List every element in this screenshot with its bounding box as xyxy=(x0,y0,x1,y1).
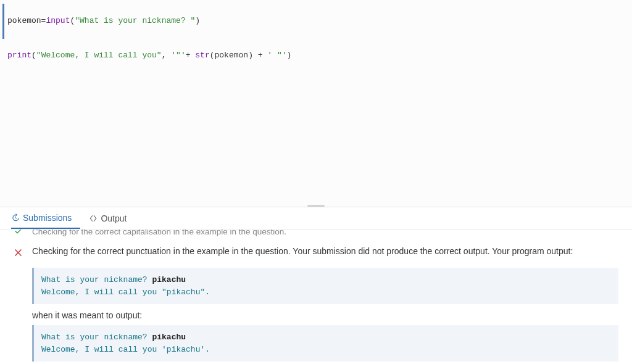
output-line: What is your nickname? xyxy=(41,333,152,342)
result-row-fail: Checking for the correct punctuation in … xyxy=(14,244,618,263)
token-string: "What is your nickname? " xyxy=(75,16,195,25)
prev-result-text: Checking for the correct capitalisation … xyxy=(32,230,618,236)
tabs-bar: Submissions Output xyxy=(0,207,632,230)
tab-submissions[interactable]: Submissions xyxy=(11,208,80,229)
pane-resize-handle[interactable] xyxy=(0,205,632,207)
tab-submissions-label: Submissions xyxy=(23,213,72,223)
code-line-2: print("Welcome, I will call you", '"'+ s… xyxy=(7,39,627,74)
output-input: pikachu xyxy=(152,333,186,342)
token-paren: ( xyxy=(210,51,215,60)
expected-caption: when it was meant to output: xyxy=(32,310,618,320)
token-variable: pokemon xyxy=(7,16,41,25)
cross-icon xyxy=(14,246,25,260)
history-icon xyxy=(11,213,20,222)
tab-output[interactable]: Output xyxy=(89,209,135,228)
token-paren: ) xyxy=(248,51,258,60)
output-input: pikachu xyxy=(152,275,186,284)
token-string: '"' xyxy=(171,51,185,60)
resize-grip-icon xyxy=(307,205,325,207)
code-brackets-icon xyxy=(89,214,98,223)
token-variable: pokemon xyxy=(215,51,249,60)
token-paren: ) xyxy=(287,51,292,60)
token-builtin: str xyxy=(195,51,209,60)
token-paren: ) xyxy=(195,16,200,25)
token-operator: + xyxy=(186,51,196,60)
code-editor[interactable]: pokemon=input("What is your nickname? ")… xyxy=(0,0,632,205)
output-line: Welcome, I will call you "pikachu". xyxy=(41,287,210,297)
output-line: What is your nickname? xyxy=(41,275,152,284)
result-row-prev: Checking for the correct capitalisation … xyxy=(14,230,618,244)
token-operator: + xyxy=(258,51,268,60)
token-builtin: input xyxy=(46,16,70,25)
output-line: Welcome, I will call you 'pikachu'. xyxy=(41,345,210,354)
token-builtin: print xyxy=(7,51,31,60)
check-icon xyxy=(14,230,25,238)
tab-output-label: Output xyxy=(101,213,127,223)
token-comma: , xyxy=(162,51,172,60)
actual-output-block: What is your nickname? pikachu Welcome, … xyxy=(32,268,618,304)
token-string: "Welcome, I will call you" xyxy=(36,51,162,60)
code-line-1: pokemon=input("What is your nickname? ") xyxy=(2,4,627,39)
token-string: ' "' xyxy=(267,51,286,60)
expected-output-block: What is your nickname? pikachu Welcome, … xyxy=(32,325,618,362)
token-paren: ( xyxy=(31,51,36,60)
results-pane[interactable]: Checking for the correct capitalisation … xyxy=(0,230,632,364)
fail-result-text: Checking for the correct punctuation in … xyxy=(32,246,618,256)
